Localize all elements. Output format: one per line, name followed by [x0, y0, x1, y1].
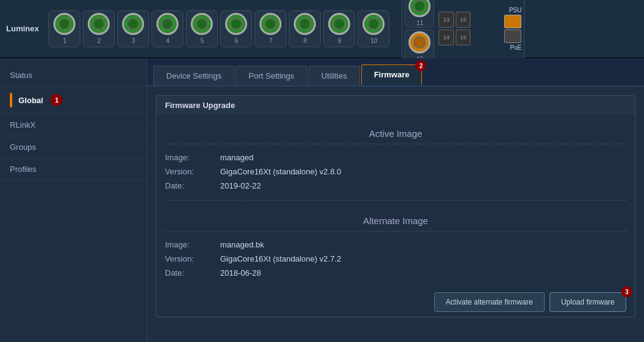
psu-poe-area: PSU PoE — [472, 7, 521, 51]
sidebar-label-global: Global — [18, 96, 43, 105]
port-15: 15 — [456, 12, 471, 28]
port-connector-inner-12 — [413, 36, 426, 49]
port-connector-inner-9 — [333, 18, 345, 30]
port-num-8: 8 — [304, 37, 307, 44]
active-date-label: Date: — [165, 181, 214, 190]
port-connector-inner-3 — [127, 18, 139, 30]
tabs-bar: Device SettingsPort SettingsUtilitiesFir… — [147, 58, 644, 87]
port-connector-11 — [408, 0, 431, 17]
active-bar-global — [10, 93, 12, 107]
port-connector-3 — [122, 13, 144, 35]
port-connector-inner-6 — [230, 18, 242, 30]
port-10: 10 — [358, 10, 389, 47]
tab-utilities[interactable]: Utilities — [309, 66, 360, 85]
sidebar-item-status[interactable]: Status — [0, 64, 147, 87]
sidebar-label-profiles: Profiles — [10, 165, 36, 174]
port-num-11: 11 — [416, 20, 423, 26]
port-num-1: 1 — [63, 37, 67, 44]
active-version-row: Version: GigaCore16Xt (standalone) v2.8.… — [165, 165, 626, 179]
port-connector-7 — [259, 13, 282, 35]
port-13: 13 — [439, 12, 454, 28]
active-image-row: Image: managed — [165, 150, 626, 165]
sidebar-item-groups[interactable]: Groups — [0, 136, 147, 158]
alternate-image-label: Image: — [165, 240, 214, 249]
right-panel: 11 12 13 15 14 16 PSU PoE — [402, 0, 524, 67]
alternate-image-value: managed.bk — [220, 240, 264, 249]
port-connector-inner-1 — [58, 18, 71, 30]
small-ports-grid: 13 15 14 16 — [439, 12, 470, 45]
tab-firmware[interactable]: Firmware2 — [361, 64, 423, 85]
psu-indicator — [504, 15, 521, 28]
small-ports-row-2: 14 16 — [439, 29, 470, 45]
port-16: 16 — [456, 29, 471, 45]
firmware-section-header: Firmware Upgrade — [156, 96, 635, 115]
divider-1 — [165, 200, 626, 201]
active-version-label: Version: — [165, 167, 214, 176]
firmware-buttons-row: Activate alternate firmware Upload firmw… — [156, 286, 635, 317]
poe-indicator — [504, 29, 521, 43]
sidebar-item-rlinkx[interactable]: RLinkX — [0, 114, 147, 136]
tab-port-settings[interactable]: Port Settings — [236, 66, 307, 85]
active-image-value: managed — [220, 153, 253, 162]
alternate-version-value: GigaCore16Xt (standalone) v2.7.2 — [220, 254, 341, 263]
port-connector-8 — [294, 13, 316, 35]
port-connector-12 — [408, 31, 431, 53]
port-connector-inner-8 — [299, 18, 311, 30]
activate-alternate-button[interactable]: Activate alternate firmware — [434, 292, 545, 312]
port-connector-10 — [362, 13, 385, 35]
alternate-date-row: Date: 2018-06-28 — [165, 266, 626, 280]
port-6: 6 — [220, 10, 252, 47]
port-num-4: 4 — [166, 37, 170, 44]
port-connector-9 — [328, 13, 350, 35]
alternate-date-label: Date: — [165, 268, 214, 278]
port-num-9: 9 — [338, 37, 342, 44]
firmware-section-body: Active Image Image: managed Version: Gig… — [156, 115, 635, 286]
upload-btn-wrapper: Upload firmware 3 — [550, 292, 626, 312]
port-3: 3 — [117, 10, 149, 47]
port-14: 14 — [439, 29, 454, 45]
port-2: 2 — [83, 10, 115, 47]
port-num-6: 6 — [235, 37, 239, 44]
active-date-value: 2019-02-22 — [220, 181, 261, 190]
port-connector-5 — [191, 13, 213, 35]
upload-firmware-button[interactable]: Upload firmware — [550, 292, 626, 312]
port-connector-6 — [225, 13, 247, 35]
port-num-3: 3 — [132, 37, 136, 44]
tab-device-settings[interactable]: Device Settings — [153, 66, 234, 85]
alternate-version-row: Version: GigaCore16Xt (standalone) v2.7.… — [165, 252, 626, 266]
port-connector-inner-10 — [367, 18, 380, 30]
port-4: 4 — [151, 10, 183, 47]
sidebar-label-status: Status — [10, 71, 33, 80]
active-image-title: Active Image — [165, 121, 626, 144]
port-11: 11 — [405, 0, 434, 28]
alternate-image-row: Image: managed.bk — [165, 238, 626, 252]
port-connector-1 — [53, 13, 75, 35]
alternate-version-label: Version: — [165, 254, 214, 263]
port-connector-inner-4 — [161, 18, 174, 30]
firmware-section-box: Firmware Upgrade Active Image Image: man… — [156, 95, 635, 317]
active-version-value: GigaCore16Xt (standalone) v2.8.0 — [220, 167, 341, 176]
tab-badge-firmware: 2 — [415, 60, 426, 71]
port-connector-4 — [156, 13, 178, 35]
brand-label: Luminex — [6, 24, 39, 33]
main-layout: Status Global 1 RLinkX Groups Profiles D… — [0, 58, 644, 342]
firmware-content: Firmware Upgrade Active Image Image: man… — [147, 87, 644, 342]
port-8: 8 — [289, 10, 321, 47]
sidebar-label-rlinkx: RLinkX — [10, 120, 36, 130]
sidebar-badge-global: 1 — [50, 94, 63, 106]
sidebar-item-profiles[interactable]: Profiles — [0, 158, 147, 181]
port-connector-inner-5 — [196, 18, 208, 30]
sidebar-item-global[interactable]: Global 1 — [0, 87, 147, 114]
top-bar: Luminex 1 2 3 4 5 6 7 — [0, 0, 644, 58]
psu-label: PSU — [509, 7, 522, 14]
right-panel-ports-11-12: 11 12 — [405, 0, 437, 64]
content-area: Device SettingsPort SettingsUtilitiesFir… — [147, 58, 644, 342]
port-num-10: 10 — [370, 37, 377, 44]
active-image-label: Image: — [165, 153, 214, 162]
upload-badge: 3 — [621, 286, 632, 297]
port-num-5: 5 — [201, 37, 204, 44]
port-5: 5 — [186, 10, 218, 47]
main-ports: 1 2 3 4 5 6 7 8 — [48, 10, 389, 47]
port-1: 1 — [48, 10, 80, 47]
small-ports-row-1: 13 15 — [439, 12, 470, 28]
